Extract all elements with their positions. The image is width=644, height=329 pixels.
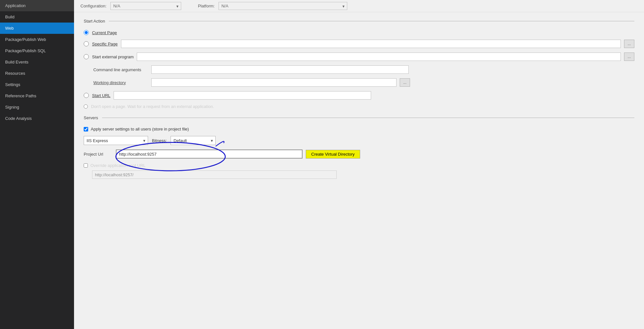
command-line-args-input[interactable] <box>151 65 409 74</box>
sidebar-item-signing[interactable]: Signing <box>0 102 74 113</box>
working-directory-browse-btn[interactable]: ... <box>400 78 410 87</box>
sidebar-item-code-analysis[interactable]: Code Analysis <box>0 113 74 124</box>
content-area: Start Action Current Page Specific Page … <box>74 12 644 329</box>
specific-page-radio[interactable] <box>84 41 89 46</box>
platform-label: Platform: <box>198 4 215 8</box>
project-url-input[interactable] <box>116 150 303 159</box>
specific-page-row: Specific Page ... <box>84 40 634 48</box>
override-url-checkbox[interactable] <box>84 163 88 168</box>
sidebar-item-build[interactable]: Build <box>0 11 74 23</box>
url-display-wrapper <box>84 170 634 179</box>
url-display-input[interactable] <box>92 170 337 179</box>
start-external-label[interactable]: Start external program <box>92 54 134 59</box>
start-external-program-row: Start external program ... <box>84 53 634 61</box>
dont-open-row: Don't open a page. Wait for a request fr… <box>84 104 634 109</box>
servers-label: Servers <box>84 115 102 120</box>
start-action-divider <box>109 21 634 21</box>
bitness-select-wrapper: Default <box>171 136 216 145</box>
configuration-select[interactable]: N/A <box>110 2 181 10</box>
working-directory-row: Working directory ... <box>84 78 634 87</box>
project-url-label: Project Url <box>84 152 113 157</box>
current-page-label[interactable]: Current Page <box>92 30 117 35</box>
working-directory-input[interactable] <box>151 78 397 87</box>
start-url-radio[interactable] <box>84 93 89 98</box>
platform-select[interactable]: N/A <box>219 2 347 10</box>
working-directory-label: Working directory <box>84 80 148 85</box>
sidebar-item-package-publish-sql[interactable]: Package/Publish SQL <box>0 45 74 56</box>
project-url-row: Project Url Create Virtual Directory <box>84 150 634 159</box>
start-external-radio[interactable] <box>84 54 89 59</box>
platform-select-wrapper: N/A <box>219 2 347 10</box>
servers-header: Servers <box>84 115 634 120</box>
servers-divider <box>102 118 634 118</box>
specific-page-browse-btn[interactable]: ... <box>624 40 634 48</box>
current-page-row: Current Page <box>84 30 634 35</box>
main-content: Configuration: N/A Platform: N/A Start A… <box>74 0 644 329</box>
servers-section: Servers Apply server settings to all use… <box>84 115 634 179</box>
config-bar: Configuration: N/A Platform: N/A <box>74 0 644 12</box>
sidebar-item-reference-paths[interactable]: Reference Paths <box>0 90 74 102</box>
sidebar: Application Build Web Package/Publish We… <box>0 0 74 329</box>
server-select-wrapper: IIS Express <box>84 136 148 145</box>
start-action-header: Start Action <box>84 19 634 24</box>
bitness-select[interactable]: Default <box>171 136 216 145</box>
sidebar-item-web[interactable]: Web <box>0 23 74 34</box>
apply-server-label[interactable]: Apply server settings to all users (stor… <box>91 127 189 131</box>
start-external-browse-btn[interactable]: ... <box>624 53 634 61</box>
start-action-label: Start Action <box>84 19 109 24</box>
command-line-args-label: Command line arguments <box>84 67 148 72</box>
apply-server-row: Apply server settings to all users (stor… <box>84 127 634 131</box>
bitness-label: Bitness: <box>152 138 167 143</box>
command-line-args-row: Command line arguments <box>84 65 634 74</box>
create-virtual-directory-button[interactable]: Create Virtual Directory <box>306 150 360 159</box>
current-page-radio[interactable] <box>84 30 89 35</box>
sidebar-item-settings[interactable]: Settings <box>0 79 74 90</box>
specific-page-label[interactable]: Specific Page <box>92 42 118 46</box>
sidebar-item-application[interactable]: Application <box>0 0 74 11</box>
apply-server-checkbox[interactable] <box>84 127 88 131</box>
start-external-input[interactable] <box>137 53 621 61</box>
configuration-select-wrapper: N/A <box>110 2 181 10</box>
sidebar-item-resources[interactable]: Resources <box>0 68 74 79</box>
sidebar-item-package-publish-web[interactable]: Package/Publish Web <box>0 34 74 45</box>
configuration-label: Configuration: <box>80 4 107 8</box>
specific-page-input[interactable] <box>121 40 621 48</box>
start-url-row: Start URL <box>84 91 634 100</box>
sidebar-item-build-events[interactable]: Build Events <box>0 56 74 68</box>
start-url-input[interactable] <box>114 91 371 100</box>
dont-open-label[interactable]: Don't open a page. Wait for a request fr… <box>91 104 214 109</box>
override-row: Override application root URL <box>84 163 634 168</box>
server-select[interactable]: IIS Express <box>84 136 148 145</box>
dont-open-radio[interactable] <box>84 104 88 109</box>
start-url-label[interactable]: Start URL <box>92 93 110 98</box>
override-url-label[interactable]: Override application root URL <box>90 163 145 168</box>
server-type-row: IIS Express Bitness: Default <box>84 136 634 145</box>
